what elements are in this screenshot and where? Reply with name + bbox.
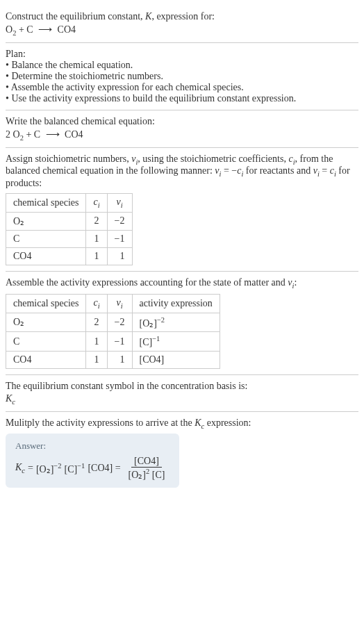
intro-section: Construct the equilibrium constant, K, e… — [6, 6, 358, 43]
col-ci: ci — [86, 194, 107, 213]
table-row: CO4 1 1 [CO4] — [6, 351, 220, 368]
col-nui: νi — [107, 194, 132, 213]
cell-nu: −1 — [107, 230, 132, 247]
arrow-icon: ⟶ — [43, 129, 63, 140]
cell-species: O₂ — [6, 313, 86, 332]
table-row: C 1 −1 — [6, 230, 133, 247]
answer-box: Answer: Kc = [O₂]−2 [C]−1 [CO4] = [CO4] … — [6, 434, 179, 488]
intro-text: Construct the equilibrium constant, K, e… — [6, 11, 358, 22]
plan-list: Balance the chemical equation. Determine… — [6, 60, 358, 104]
plan-section: Plan: Balance the chemical equation. Det… — [6, 43, 358, 110]
cell-expr: [C]−1 — [132, 332, 220, 352]
eq-plus-c: + C — [16, 24, 35, 35]
kc-symbol: Kc — [6, 393, 358, 406]
col-ci: ci — [86, 294, 107, 313]
table-row: CO4 1 1 — [6, 247, 133, 265]
cell-species: O₂ — [6, 212, 86, 230]
cell-species: C — [6, 332, 86, 352]
cell-c: 2 — [86, 212, 107, 230]
arrow-icon: ⟶ — [35, 24, 55, 35]
cell-c: 2 — [86, 313, 107, 332]
stoich-table: chemical species ci νi O₂ 2 −2 C 1 −1 CO… — [6, 193, 133, 265]
assign-text: Assign stoichiometric numbers, νi, using… — [6, 154, 358, 190]
multiply-section: Mulitply the activity expressions to arr… — [6, 412, 358, 493]
intro-text-part2: , expression for: — [151, 11, 215, 22]
cell-expr: [O₂]−2 — [132, 313, 220, 332]
col-activity: activity expression — [132, 294, 220, 313]
assign-section: Assign stoichiometric numbers, νi, using… — [6, 148, 358, 272]
plan-heading: Plan: — [6, 49, 358, 60]
plan-item: Assemble the activity expression for eac… — [6, 82, 358, 93]
balanced-section: Write the balanced chemical equation: 2 … — [6, 110, 358, 148]
frac-denominator: [O₂]2 [C] — [126, 468, 168, 481]
kc-lhs: Kc — [15, 462, 25, 474]
eq-right: CO4 — [55, 24, 76, 35]
cell-nu: 1 — [107, 247, 132, 265]
beq-pre: 2 O — [6, 129, 20, 140]
plan-item: Balance the chemical equation. — [6, 60, 358, 71]
col-nui: νi — [107, 294, 132, 313]
table-row: C 1 −1 [C]−1 — [6, 332, 220, 352]
answer-label: Answer: — [15, 440, 169, 452]
intro-text-part1: Construct the equilibrium constant, — [6, 11, 145, 22]
cell-nu: −2 — [107, 313, 132, 332]
cell-nu: 1 — [107, 351, 132, 368]
cell-c: 1 — [86, 247, 107, 265]
cell-c: 1 — [86, 351, 107, 368]
cell-species: C — [6, 230, 86, 247]
plan-item: Determine the stoichiometric numbers. — [6, 71, 358, 82]
table-header-row: chemical species ci νi activity expressi… — [6, 294, 220, 313]
intro-K: K — [145, 11, 151, 22]
cell-nu: −1 — [107, 332, 132, 352]
table-row: O₂ 2 −2 [O₂]−2 — [6, 313, 220, 332]
col-species: chemical species — [6, 294, 86, 313]
answer-formula: Kc = [O₂]−2 [C]−1 [CO4] = [CO4] [O₂]2 [C… — [15, 456, 169, 481]
eq-O2: O — [6, 24, 13, 35]
balanced-heading: Write the balanced chemical equation: — [6, 116, 358, 127]
col-species: chemical species — [6, 194, 86, 213]
activity-table: chemical species ci νi activity expressi… — [6, 294, 220, 369]
symbol-section: The equilibrium constant symbol in the c… — [6, 375, 358, 412]
balanced-equation: 2 O2 + C ⟶ CO4 — [6, 129, 358, 142]
cell-c: 1 — [86, 230, 107, 247]
assemble-section: Assemble the activity expressions accoun… — [6, 272, 358, 375]
frac-numerator: [CO4] — [131, 456, 162, 468]
multiply-text: Mulitply the activity expressions to arr… — [6, 418, 358, 430]
symbol-text: The equilibrium constant symbol in the c… — [6, 381, 358, 392]
term-o2: [O₂]−2 — [36, 462, 62, 475]
table-row: O₂ 2 −2 — [6, 212, 133, 230]
table-header-row: chemical species ci νi — [6, 194, 133, 213]
beq-mid: + C — [24, 129, 43, 140]
cell-species: CO4 — [6, 247, 86, 265]
plan-item: Use the activity expressions to build th… — [6, 93, 358, 104]
term-co4-eq: [CO4] = — [88, 463, 120, 474]
cell-c: 1 — [86, 332, 107, 352]
beq-end: CO4 — [63, 129, 83, 140]
cell-species: CO4 — [6, 351, 86, 368]
intro-equation: O2 + C ⟶ CO4 — [6, 24, 358, 37]
assemble-text: Assemble the activity expressions accoun… — [6, 277, 358, 290]
cell-nu: −2 — [107, 212, 132, 230]
term-c: [C]−1 — [65, 462, 85, 475]
fraction: [CO4] [O₂]2 [C] — [126, 456, 168, 481]
cell-expr: [CO4] — [132, 351, 220, 368]
